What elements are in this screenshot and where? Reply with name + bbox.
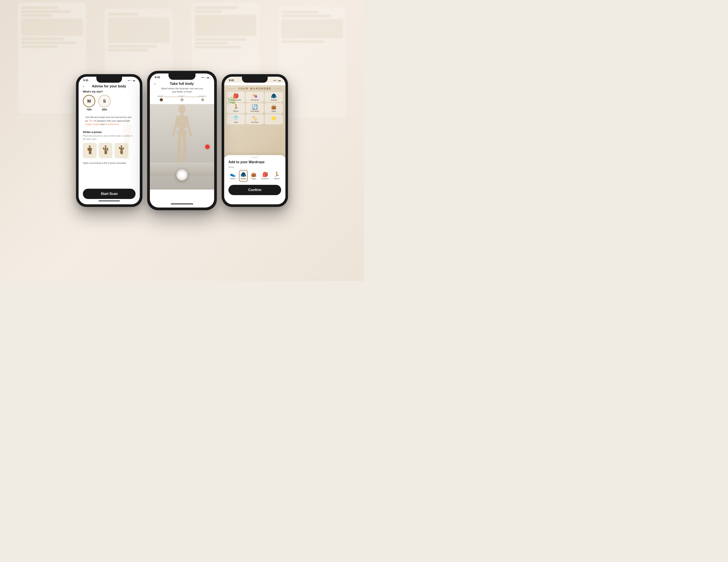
pose-line-1-2 — [165, 97, 178, 97]
start-scan-button[interactable]: Start Scan — [83, 189, 136, 199]
pose-dot-2[interactable] — [181, 98, 184, 101]
phone-3: 9:41 ▪▪▪ ⌐ ▬ 🌿 YOUR WARDROBE — [222, 74, 288, 207]
wardrobe-title-row: YOUR WARDROBE — [224, 85, 285, 90]
pose-1-label: POSE 1 — [158, 96, 165, 97]
wardrobe-item-tops[interactable]: 👕 Tops — [227, 114, 245, 124]
phone-2-status-icons: ▪▪▪ ⌐ ▬ — [201, 76, 209, 79]
sheet-icon-jacket[interactable]: 🧥 Jacket — [239, 170, 248, 182]
phone-1-home-indicator — [98, 200, 120, 201]
wardrobe-item-jackets[interactable]: 🧥 Jackets — [265, 92, 283, 102]
svg-rect-35 — [182, 135, 187, 153]
svg-rect-9 — [89, 147, 91, 151]
signal-icon-3: ▪▪▪ — [273, 79, 276, 82]
svg-rect-4 — [124, 136, 127, 151]
sheet-icon-shoes[interactable]: 👟 Shoes — [228, 170, 237, 182]
info-text-prefix: Size — [85, 116, 91, 118]
camera-view — [150, 104, 214, 190]
svg-point-14 — [105, 145, 106, 147]
bags-icon: 👜 — [271, 105, 277, 109]
sheet-icon-accessories[interactable]: 🎒 Accesso.. — [260, 170, 271, 182]
battery-icon-2: ▬ — [207, 76, 209, 79]
battery-icon: ▬ — [133, 79, 135, 82]
phone-2-time: 9:41 — [155, 76, 160, 79]
wardrobe-item-old[interactable]: 👒 Old items — [246, 92, 264, 102]
wardrobe-item-bags[interactable]: 👜 Bags — [265, 103, 283, 113]
phone-1-title: Advise for your body — [86, 84, 132, 88]
info-height: height, weight — [85, 123, 100, 126]
pose-step-1: POSE 1 — [158, 96, 165, 101]
pose-thumb-1 — [83, 143, 97, 158]
size-S[interactable]: S 26% — [98, 95, 111, 111]
phone-1: 9:41 ▪▪▪ ⌐ ▬ ‹ Advise for your body — [76, 74, 142, 207]
phone-3-notch — [242, 77, 268, 83]
svg-point-0 — [124, 118, 130, 124]
title-line-right — [274, 88, 281, 89]
phone-2: 9:41 ▪▪▪ ⌐ ▬ ‹ Take full body Stand wher… — [147, 71, 217, 210]
wardrobe-categories-grid: 🎒 Accessories 👒 Old items 🧥 Jackets 🏃 Sp… — [224, 90, 285, 126]
phone-1-header: ‹ Advise for your body — [79, 83, 140, 90]
phone-1-time: 9:41 — [83, 79, 88, 82]
signal-icon-2: ▪▪▪ — [201, 76, 204, 79]
svg-rect-31 — [172, 126, 176, 137]
exchange-icon: 🔄 — [252, 105, 258, 109]
phone-3-status-icons: ▪▪▪ ⌐ ▬ — [273, 79, 281, 82]
wardrobe-item-sports[interactable]: 🏃 Sports — [227, 103, 245, 113]
svg-rect-19 — [106, 151, 107, 154]
svg-rect-34 — [177, 135, 182, 153]
jacket-icon-sheet: 🧥 — [240, 172, 246, 177]
pose-steps: POSE 1 POSE 2 POSE 3 — [150, 96, 214, 104]
pose-dot-1[interactable] — [160, 98, 163, 101]
svg-rect-17 — [107, 148, 108, 151]
svg-rect-16 — [103, 147, 105, 150]
tops-label: Tops — [234, 121, 238, 123]
shoes-label: Shoes — [230, 178, 236, 180]
phone-3-time: 9:41 — [229, 79, 234, 82]
sheet-icon-bags[interactable]: 👜 Bags — [249, 170, 258, 182]
phone-1-notch — [96, 77, 122, 83]
back-button-2[interactable]: ‹ — [154, 81, 156, 86]
phone-1-screen: 9:41 ▪▪▪ ⌐ ▬ ‹ Advise for your body — [79, 77, 140, 204]
size-M-percent: 74% — [87, 108, 92, 111]
wardrobe-item-favorite[interactable]: ⭐ — [265, 114, 283, 124]
shoes-icon: 👟 — [230, 172, 236, 177]
sports-label-sheet: Sports — [274, 178, 280, 180]
svg-rect-6 — [124, 150, 127, 160]
camera-capture-button[interactable] — [176, 169, 188, 181]
title-line-left — [228, 88, 236, 89]
accessories-icon: 🎒 — [233, 94, 239, 98]
wifi-icon-3: ⌐ — [276, 79, 278, 82]
wardrobe-item-accessories[interactable]: 🎒 Accessories — [227, 92, 245, 102]
sports-label: Sports — [233, 110, 239, 112]
size-M[interactable]: M 74% — [83, 95, 95, 111]
wifi-icon-2: ⌐ — [205, 76, 206, 79]
svg-rect-11 — [91, 148, 92, 151]
accessories-label-sheet: Accesso.. — [261, 178, 269, 180]
pose-step-3: POSE 3 — [199, 96, 206, 101]
phone-2-notch — [169, 73, 195, 80]
pose-dot-3[interactable] — [201, 98, 204, 101]
svg-rect-32 — [188, 126, 192, 137]
svg-rect-13 — [90, 151, 91, 154]
battery-icon-3: ▬ — [279, 79, 281, 82]
sheet-icons-row: 👟 Shoes 🧥 Jacket 👜 Bags 🎒 Accesso.. — [228, 170, 281, 182]
pose-thumb-2 — [99, 143, 112, 158]
wardrobe-item-myrent[interactable]: 🏷️ My Rent — [246, 114, 264, 124]
signal-icon: ▪▪▪ — [128, 79, 130, 82]
wardrobe-item-exchange[interactable]: 🔄 Exchange — [246, 103, 264, 113]
confirm-button[interactable]: Confirm — [228, 185, 281, 195]
phone-1-status-icons: ▪▪▪ ⌐ ▬ — [128, 79, 135, 82]
back-button[interactable]: ‹ — [83, 84, 84, 88]
svg-point-26 — [178, 105, 186, 114]
wardrobe-background: 🌿 YOUR WARDROBE 🎒 Accessories 👒 Old — [224, 85, 285, 157]
bags-icon-sheet: 👜 — [251, 172, 257, 177]
size-M-ring: M — [83, 95, 95, 107]
phones-container: 9:41 ▪▪▪ ⌐ ▬ ‹ Advise for your body — [76, 74, 288, 207]
sheet-title: Add to your Wardrope — [228, 160, 281, 164]
sheet-icon-sports[interactable]: 🏃 Sports — [272, 170, 281, 182]
pose-line-2-3 — [186, 97, 199, 97]
svg-rect-5 — [127, 136, 130, 151]
pose-2-label: POSE 2 — [178, 96, 186, 97]
phone-2-header: ‹ Take full body — [150, 80, 214, 87]
tops-icon: 👕 — [233, 116, 239, 121]
bags-label-sheet: Bags — [252, 178, 256, 180]
